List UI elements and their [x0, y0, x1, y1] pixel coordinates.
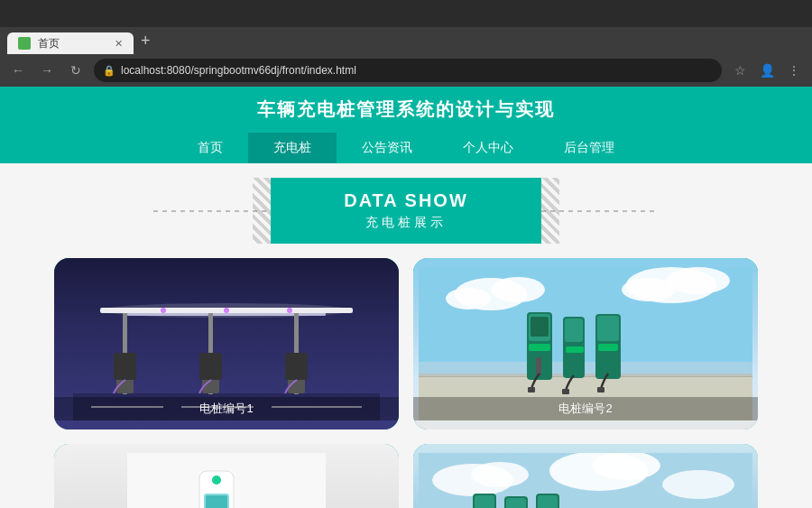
- menu-icon[interactable]: ⋮: [783, 60, 805, 81]
- svg-rect-14: [199, 353, 222, 380]
- svg-rect-13: [114, 353, 136, 380]
- lock-icon: 🔒: [103, 65, 115, 77]
- tab-close-button[interactable]: ✕: [115, 38, 123, 50]
- data-show-banner: DATA SHOW 充电桩展示: [271, 178, 541, 244]
- station-card-grid: 电桩编号1: [0, 251, 812, 508]
- station-image-4: https://www.huzhan.com/ishop3572: [413, 444, 758, 508]
- address-bar-row: ← → ↻ 🔒 localhost:8080/springbootmv66dj/…: [0, 54, 812, 87]
- station-card-1: 电桩编号1: [54, 258, 399, 429]
- tab-title: 首页: [38, 36, 60, 51]
- refresh-button[interactable]: ↻: [65, 60, 87, 81]
- svg-rect-42: [597, 387, 604, 393]
- active-tab[interactable]: 首页 ✕: [7, 32, 134, 54]
- svg-rect-35: [565, 319, 583, 342]
- url-text: localhost:8080/springbootmv66dj/front/in…: [121, 64, 356, 77]
- nav-item-charger[interactable]: 充电桩: [248, 133, 337, 163]
- bookmark-icon[interactable]: ☆: [729, 60, 751, 81]
- svg-rect-32: [536, 357, 541, 375]
- new-tab-button[interactable]: +: [134, 32, 158, 51]
- svg-point-22: [446, 288, 491, 309]
- svg-point-52: [212, 476, 221, 485]
- svg-rect-47: [206, 495, 227, 508]
- address-bar[interactable]: 🔒 localhost:8080/springbootmv66dj/front/…: [94, 59, 722, 82]
- svg-point-55: [471, 462, 529, 487]
- station-svg-3: [127, 453, 326, 508]
- svg-point-16: [161, 308, 166, 313]
- svg-point-21: [491, 277, 545, 302]
- station-card-4: https://www.huzhan.com/ishop3572 电桩编号4: [413, 444, 758, 508]
- svg-rect-36: [566, 346, 584, 353]
- svg-point-25: [622, 278, 676, 301]
- site-nav: 首页 充电桩 公告资讯 个人中心 后台管理: [0, 133, 812, 163]
- svg-rect-39: [598, 344, 618, 351]
- profile-icon[interactable]: 👤: [756, 60, 778, 81]
- back-button[interactable]: ←: [7, 60, 29, 81]
- browser-actions: ☆ 👤 ⋮: [729, 60, 805, 81]
- nav-item-admin[interactable]: 后台管理: [539, 133, 640, 163]
- tab-bar: 首页 ✕ +: [0, 27, 812, 54]
- svg-rect-62: [475, 495, 494, 508]
- svg-rect-33: [529, 344, 550, 351]
- svg-point-24: [667, 267, 730, 294]
- forward-button[interactable]: →: [36, 60, 58, 81]
- svg-rect-28: [419, 362, 752, 376]
- browser-window: [0, 0, 812, 27]
- svg-rect-15: [285, 353, 308, 380]
- station-card-2-label: 电桩编号2: [413, 397, 758, 420]
- station-card-1-label: 电桩编号1: [54, 397, 399, 420]
- data-show-title: DATA SHOW: [271, 190, 541, 211]
- station-svg-4: [419, 453, 752, 508]
- svg-rect-68: [538, 495, 558, 508]
- nav-item-profile[interactable]: 个人中心: [438, 133, 539, 163]
- svg-point-58: [662, 470, 734, 499]
- svg-rect-38: [597, 316, 619, 341]
- nav-item-news[interactable]: 公告资讯: [337, 133, 438, 163]
- svg-rect-31: [531, 317, 549, 337]
- station-card-2: 电桩编号2: [413, 258, 758, 429]
- data-show-subtitle: 充电桩展示: [271, 215, 541, 231]
- svg-rect-41: [562, 389, 569, 394]
- main-content: DATA SHOW 充电桩展示: [0, 163, 812, 508]
- station-image-3: [54, 444, 399, 508]
- station-card-3: 电桩编号3: [54, 444, 399, 508]
- svg-point-17: [224, 308, 229, 313]
- nav-item-home[interactable]: 首页: [172, 133, 248, 163]
- site-title: 车辆充电桩管理系统的设计与实现: [257, 99, 555, 119]
- svg-rect-40: [528, 387, 535, 393]
- site-header: 车辆充电桩管理系统的设计与实现: [0, 87, 812, 133]
- svg-rect-65: [506, 498, 526, 508]
- website-content: 车辆充电桩管理系统的设计与实现 首页 充电桩 公告资讯 个人中心 后台管理 DA…: [0, 87, 812, 508]
- tab-favicon: [18, 37, 31, 50]
- svg-point-18: [287, 308, 292, 313]
